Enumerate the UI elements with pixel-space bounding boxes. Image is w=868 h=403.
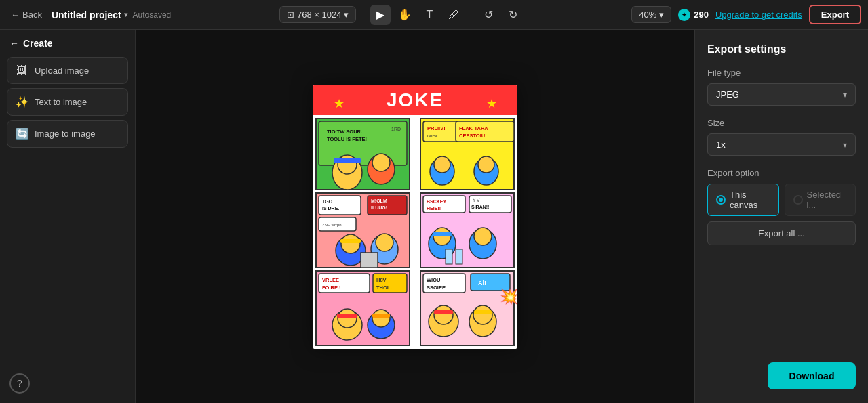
export-option-radio-group: This canvas Selected l... — [707, 184, 856, 216]
undo-icon: ↺ — [484, 8, 493, 21]
svg-text:IS DRE.: IS DRE. — [322, 206, 339, 211]
autosaved-label: Autosaved — [133, 10, 172, 20]
topbar-right: 40% ▾ ✦ 290 Upgrade to get credits Expor… — [631, 5, 861, 24]
svg-point-39 — [376, 234, 393, 251]
svg-text:BSCKEY: BSCKEY — [427, 199, 447, 204]
this-canvas-radio-icon — [716, 195, 726, 205]
project-name-text: Untitled project — [52, 9, 121, 20]
selected-radio-icon — [793, 195, 803, 205]
export-option-row: This canvas Selected l... — [707, 184, 856, 216]
svg-rect-76 — [434, 310, 453, 314]
project-name[interactable]: Untitled project ▾ — [52, 9, 127, 20]
svg-point-23 — [434, 156, 450, 173]
file-type-select[interactable]: JPEG ▾ — [707, 83, 856, 106]
undo-button[interactable]: ↺ — [478, 5, 498, 25]
zoom-selector[interactable]: 40% ▾ — [631, 6, 671, 23]
upgrade-link[interactable]: Upgrade to get credits — [715, 9, 802, 20]
back-button[interactable]: ← Back — [7, 7, 46, 22]
export-button[interactable]: Export — [809, 5, 861, 24]
text-icon: T — [427, 9, 433, 21]
selected-option[interactable]: Selected l... — [785, 184, 856, 216]
text-tool-button[interactable]: T — [419, 5, 439, 25]
svg-text:SSOIEE: SSOIEE — [427, 284, 446, 291]
canvas-size-selector[interactable]: ⊡ 768 × 1024 ▾ — [279, 6, 356, 23]
svg-rect-50 — [433, 232, 452, 236]
svg-point-14 — [372, 154, 390, 171]
panel-bottom: Download — [707, 362, 856, 389]
size-chevron-icon: ▾ — [843, 140, 847, 150]
svg-text:H8V: H8V — [376, 277, 387, 283]
canvas-content: JOKE ★ ★ TIO TW SOUR. TOOLU IS FETE! 1RD — [313, 85, 517, 349]
svg-point-75 — [434, 305, 453, 324]
canvas-area[interactable]: JOKE ★ ★ TIO TW SOUR. TOOLU IS FETE! 1RD — [136, 30, 694, 403]
size-group: Size 1x ▾ — [707, 118, 856, 156]
select-tool-button[interactable]: ▶ — [370, 5, 391, 25]
text-to-image-icon: ✨ — [16, 96, 28, 108]
sidebar-header-label: Create — [23, 38, 53, 49]
size-label: Size — [707, 118, 856, 128]
this-canvas-label: This canvas — [730, 190, 770, 210]
text-to-image-label: Text to image — [35, 97, 87, 107]
svg-rect-79 — [474, 310, 492, 314]
svg-text:M!OLM: M!OLM — [371, 198, 387, 203]
canvas-size-value: 768 × 1024 — [297, 9, 341, 20]
svg-text:💥: 💥 — [500, 287, 517, 305]
download-button[interactable]: Download — [768, 362, 856, 389]
file-type-label: File type — [707, 68, 856, 78]
image-to-image-label: Image to image — [35, 129, 96, 139]
file-type-value: JPEG — [716, 89, 739, 100]
main-area: ← Create 🖼 Upload image ✨ Text to image … — [0, 30, 868, 403]
comic-illustration: JOKE ★ ★ TIO TW SOUR. TOOLU IS FETE! 1RD — [313, 85, 517, 349]
sidebar-item-upload-image[interactable]: 🖼 Upload image — [7, 57, 128, 84]
svg-text:CEESTOIU!: CEESTOIU! — [459, 133, 487, 139]
topbar-left: ← Back Untitled project ▾ Autosaved — [7, 7, 171, 22]
svg-text:VRLEE: VRLEE — [322, 277, 339, 283]
svg-text:TOOLU IS FETE!: TOOLU IS FETE! — [327, 136, 367, 142]
tool-separator-1 — [363, 8, 363, 22]
export-panel: Export settings File type JPEG ▾ Size 1x… — [694, 30, 868, 403]
credits-count: 290 — [694, 9, 709, 20]
hand-icon: ✋ — [398, 8, 412, 21]
tool-separator-2 — [471, 8, 471, 22]
hand-tool-button[interactable]: ✋ — [395, 5, 415, 25]
svg-text:1RD: 1RD — [391, 127, 401, 131]
file-type-chevron-icon: ▾ — [843, 90, 847, 100]
credits-icon: ✦ — [678, 9, 690, 21]
svg-rect-67 — [372, 314, 390, 318]
canvas-size-icon: ⊡ — [287, 9, 294, 20]
svg-rect-53 — [446, 249, 452, 264]
svg-text:HEIE!!: HEIE!! — [427, 206, 441, 211]
export-panel-title: Export settings — [707, 43, 856, 56]
svg-rect-64 — [337, 314, 357, 318]
topbar: ← Back Untitled project ▾ Autosaved ⊡ 76… — [0, 0, 868, 30]
size-select[interactable]: 1x ▾ — [707, 133, 856, 156]
help-button[interactable]: ? — [9, 373, 30, 394]
sidebar-item-text-to-image[interactable]: ✨ Text to image — [7, 88, 128, 116]
credits-badge: ✦ 290 — [678, 9, 709, 21]
svg-text:★: ★ — [334, 97, 344, 110]
export-option-group: Export option This canvas Selected l... … — [707, 168, 856, 245]
svg-text:TIO TW SOUR.: TIO TW SOUR. — [327, 129, 362, 135]
export-all-button[interactable]: Export all ... — [707, 221, 856, 245]
svg-text:FOIRE.!: FOIRE.! — [322, 284, 341, 291]
svg-rect-37 — [340, 239, 361, 243]
file-type-group: File type JPEG ▾ — [707, 68, 856, 106]
export-option-label: Export option — [707, 168, 856, 178]
redo-button[interactable]: ↻ — [502, 5, 523, 25]
select-icon: ▶ — [376, 8, 384, 21]
svg-text:PRLIIV!: PRLIIV! — [427, 125, 446, 131]
svg-text:ILUUG!: ILUUG! — [371, 205, 387, 210]
svg-point-52 — [474, 228, 492, 245]
sidebar-item-image-to-image[interactable]: 🔄 Image to image — [7, 120, 128, 148]
this-canvas-option[interactable]: This canvas — [707, 184, 779, 216]
svg-text:ZNE wrrpn: ZNE wrrpn — [322, 223, 342, 227]
svg-text:JOKE: JOKE — [387, 89, 443, 110]
svg-text:rvrev.: rvrev. — [427, 133, 438, 138]
help-icon: ? — [17, 378, 22, 389]
upload-image-label: Upload image — [35, 66, 89, 76]
pen-tool-button[interactable]: 🖊 — [443, 5, 464, 25]
svg-point-78 — [473, 305, 492, 324]
zoom-value: 40% — [639, 9, 656, 20]
sidebar-header: ← Create — [7, 38, 128, 49]
svg-text:Y  V: Y V — [473, 198, 480, 203]
